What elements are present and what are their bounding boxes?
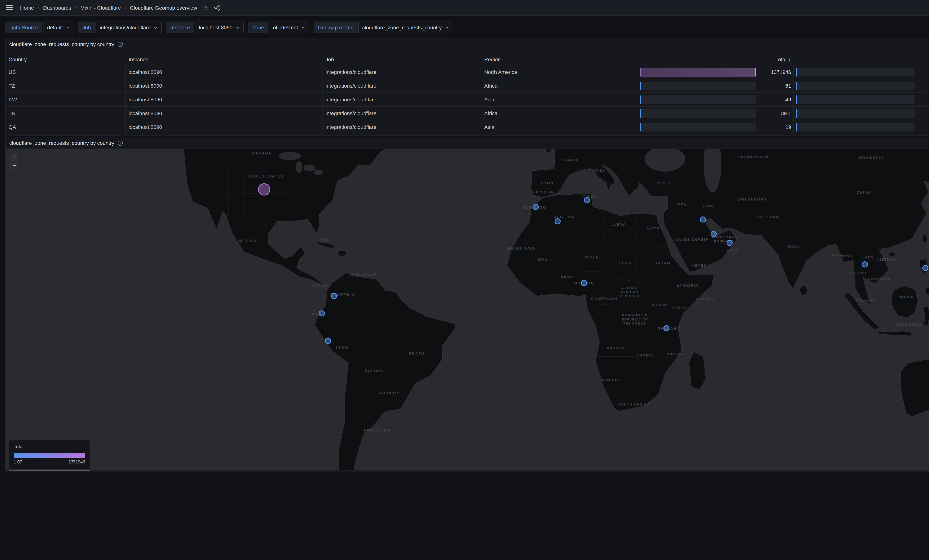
cell-value: 0.0748 bbox=[917, 124, 929, 130]
map-country-label: NIGER bbox=[584, 255, 599, 259]
share-icon[interactable] bbox=[214, 5, 220, 11]
map-country-label: SPAIN bbox=[541, 181, 554, 185]
column-header-region[interactable]: Region bbox=[481, 54, 638, 65]
cell-total-gauge: 19 bbox=[638, 120, 794, 134]
variable-label: Geomap metric bbox=[314, 21, 357, 34]
variable-value-dropdown[interactable]: default bbox=[43, 21, 74, 34]
variable-value-dropdown[interactable]: integrations/cloudflare bbox=[96, 21, 162, 34]
gauge-fill bbox=[640, 81, 641, 90]
water-body bbox=[296, 161, 302, 173]
cell-mean-gauge: 2185 bbox=[794, 65, 929, 79]
table-panel-header[interactable]: cloudflare_zone_requests_country by coun… bbox=[6, 38, 929, 50]
variable-zone: Zoneotlpdev.net bbox=[248, 21, 309, 34]
map-country-label: BRUNEI bbox=[900, 295, 915, 298]
scrollbar-thumb[interactable] bbox=[9, 470, 90, 471]
gauge-track bbox=[796, 68, 915, 77]
map-country-label: ZAMBIA bbox=[637, 353, 653, 357]
table-row: TZlocalhost:8090integrations/cloudflareA… bbox=[6, 79, 929, 93]
breadcrumb-item[interactable]: Mixin - Cloudflare bbox=[80, 5, 121, 11]
cell-value: 0.110 bbox=[917, 83, 929, 89]
map-country-label: TANZANIA bbox=[658, 326, 681, 330]
breadcrumb-separator: › bbox=[75, 5, 77, 11]
cell-mean-gauge: 0.193 bbox=[794, 93, 929, 106]
menu-icon[interactable] bbox=[6, 5, 13, 10]
water-body bbox=[279, 152, 301, 160]
map-country-label: VIETNAM bbox=[877, 258, 896, 262]
map-data-point-algeria[interactable] bbox=[555, 219, 560, 224]
world-map[interactable]: CANADAUNITED STATESMEXICOCUBAPANAMAVENEZ… bbox=[6, 148, 929, 471]
map-data-point-ecuador[interactable] bbox=[319, 311, 324, 316]
cell-total-gauge: 1371946 bbox=[638, 65, 794, 79]
cell-region: Africa bbox=[481, 79, 638, 92]
cell-country: TZ bbox=[6, 79, 126, 92]
map-data-point-philippines[interactable] bbox=[923, 266, 928, 271]
map-data-point-nigeria[interactable] bbox=[581, 280, 587, 286]
variable-label: Data Source bbox=[5, 21, 42, 34]
breadcrumb-item[interactable]: Home bbox=[20, 5, 34, 11]
map-country-label: VENEZUELA bbox=[349, 272, 377, 276]
map-country-label: BOLIVIA bbox=[365, 369, 383, 373]
geomap-panel-header[interactable]: cloudflare_zone_requests_country by coun… bbox=[6, 137, 929, 149]
column-header-mean[interactable]: Mean bbox=[794, 54, 929, 65]
cell-instance: localhost:8090 bbox=[126, 79, 323, 92]
cell-value: 49 bbox=[759, 96, 791, 103]
map-country-label: PAKISTAN bbox=[756, 215, 779, 219]
map-country-label: CHINA bbox=[856, 191, 871, 194]
column-header-instance[interactable]: Instance bbox=[126, 54, 323, 65]
map-country-label: TURKEY bbox=[654, 181, 671, 185]
gauge-track bbox=[640, 109, 756, 118]
column-header-job[interactable]: Job bbox=[323, 54, 481, 65]
map-country-label: PERU bbox=[336, 346, 348, 350]
panel-title: cloudflare_zone_requests_country by coun… bbox=[9, 140, 114, 146]
column-header-total[interactable]: Total↓ bbox=[638, 54, 794, 65]
geomap-panel: cloudflare_zone_requests_country by coun… bbox=[5, 137, 929, 472]
gauge-track bbox=[640, 68, 756, 77]
map-zoom-out-button[interactable]: − bbox=[10, 162, 18, 170]
landmass bbox=[891, 286, 918, 318]
map-data-point-united-states[interactable] bbox=[258, 184, 270, 195]
map-country-label: OMAN bbox=[727, 248, 739, 252]
cell-country: US bbox=[6, 65, 126, 79]
map-data-point-kuwait[interactable] bbox=[700, 217, 705, 222]
breadcrumb-item[interactable]: Dashboards bbox=[43, 5, 71, 11]
map-country-label: ANGOLA bbox=[607, 346, 624, 350]
cell-value: 2185 bbox=[917, 69, 929, 75]
cell-value: 19 bbox=[759, 124, 791, 130]
map-country-label: UNITED STATES bbox=[247, 174, 284, 178]
info-icon[interactable] bbox=[117, 41, 123, 47]
map-zoom-in-button[interactable]: + bbox=[10, 153, 18, 161]
map-data-point-colombia[interactable] bbox=[331, 293, 337, 299]
map-country-label: MYANMAR bbox=[832, 254, 852, 258]
gauge-fill bbox=[796, 109, 797, 118]
map-data-point-qatar[interactable] bbox=[711, 231, 716, 237]
map-country-label: NAMIBIA bbox=[601, 378, 619, 382]
map-country-label: IRAN bbox=[703, 204, 714, 208]
map-data-point-oman[interactable] bbox=[727, 240, 732, 246]
breadcrumb-item[interactable]: Cloudflare Geomap overview bbox=[130, 5, 197, 11]
landmass bbox=[317, 242, 336, 248]
table-body: USlocalhost:8090integrations/cloudflareN… bbox=[6, 65, 929, 134]
data-table: CountryInstanceJobRegionTotal↓MeanLast U… bbox=[6, 54, 929, 134]
variable-value-dropdown[interactable]: localhost:8090 bbox=[195, 21, 244, 34]
variable-value-dropdown[interactable]: cloudflare_zone_requests_country bbox=[358, 21, 453, 34]
variable-job: Jobintegrations/cloudflare bbox=[78, 21, 162, 34]
map-country-label: SOUTH AFRICA bbox=[618, 402, 650, 406]
chevron-down-icon bbox=[301, 26, 305, 29]
top-navigation-bar: Home›Dashboards›Mixin - Cloudflare›Cloud… bbox=[0, 0, 929, 15]
column-header-label: Total bbox=[776, 57, 786, 63]
map-data-point-morocco[interactable] bbox=[533, 204, 538, 210]
map-data-point-tanzania[interactable] bbox=[664, 326, 669, 331]
variable-value-dropdown[interactable]: otlpdev.net bbox=[269, 21, 309, 34]
info-icon[interactable] bbox=[117, 140, 123, 146]
star-icon[interactable]: ☆ bbox=[202, 5, 208, 11]
map-data-point-peru[interactable] bbox=[325, 338, 331, 344]
sort-descending-icon: ↓ bbox=[788, 57, 791, 62]
gauge-track bbox=[796, 109, 915, 118]
map-data-point-thailand[interactable] bbox=[862, 262, 868, 267]
map-data-point-tunisia[interactable] bbox=[584, 197, 590, 203]
map-country-label: CANADA bbox=[252, 151, 271, 155]
map-country-label: IRAQ bbox=[676, 202, 687, 206]
cell-region: Asia bbox=[481, 93, 638, 106]
column-header-country[interactable]: Country bbox=[6, 54, 126, 65]
gauge-fill bbox=[640, 68, 756, 77]
